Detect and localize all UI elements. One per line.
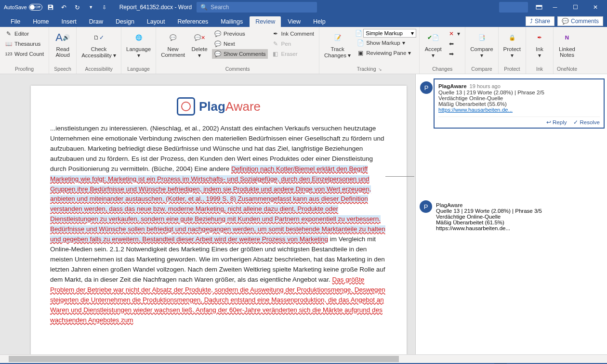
show-comments-icon: 💬	[214, 50, 222, 58]
share-button[interactable]: ⤴Share	[526, 16, 554, 26]
wordcount-icon: 123	[5, 50, 13, 58]
show-markup-button[interactable]: 📄Show Markup ▾	[355, 38, 416, 48]
reject-button[interactable]: ✕▾	[446, 29, 462, 39]
tab-layout[interactable]: Layout	[141, 16, 171, 27]
tab-insert[interactable]: Insert	[56, 16, 82, 27]
reject-icon: ✕	[448, 30, 455, 38]
protect-icon: 🔒	[504, 30, 520, 45]
tab-mailings[interactable]: Mailings	[215, 16, 249, 27]
maximize-button[interactable]: ☐	[566, 0, 585, 14]
document-page[interactable]: PlagAware ...ienstleistungen zu interess…	[31, 86, 407, 354]
comments-button[interactable]: 💬Comments	[557, 16, 603, 26]
next-comment-button[interactable]: 💬Next	[212, 39, 268, 49]
close-button[interactable]: ✕	[586, 0, 605, 14]
highlighted-text-1[interactable]: Definition nach Kotler/Biemel erklärt de…	[50, 165, 385, 243]
check-accessibility-button[interactable]: 🗋✓ CheckAccessibility ▾	[79, 29, 118, 60]
thesaurus-button[interactable]: 📖Thesaurus	[3, 39, 46, 49]
next-icon: 💬	[214, 40, 222, 48]
ink-comment-button[interactable]: ✒Ink Comment	[270, 29, 316, 39]
show-comments-button[interactable]: 💬Show Comments	[212, 49, 268, 59]
tracking-launcher-icon[interactable]: ↘	[378, 67, 382, 72]
resolve-icon: ✓	[573, 119, 578, 126]
group-tracking: Tracking↘	[322, 66, 416, 73]
ink-button[interactable]: ✒Ink▾	[529, 29, 550, 60]
read-aloud-button[interactable]: A🔊 ReadAloud	[52, 29, 73, 59]
undo-icon[interactable]: ↶	[59, 2, 69, 13]
horizontal-scrollbar[interactable]	[0, 354, 607, 363]
share-icon: ⤴	[530, 18, 533, 25]
wordcount-button[interactable]: 123Word Count	[3, 49, 46, 59]
accept-icon: ✔📄	[425, 30, 441, 45]
svg-rect-1	[536, 5, 542, 7]
reply-button[interactable]: ↩Reply	[546, 119, 567, 126]
minimize-button[interactable]: ─	[545, 0, 565, 14]
reviewing-pane-button[interactable]: ▣Reviewing Pane ▾	[355, 48, 416, 58]
comment-icon: 💬	[562, 18, 569, 25]
delete-comment-button[interactable]: 💬✕Delete▾	[189, 29, 210, 60]
eraser-button: ◧Eraser	[270, 49, 316, 59]
avatar: P	[420, 200, 432, 213]
read-aloud-icon: A🔊	[55, 30, 70, 45]
editor-button[interactable]: ✎Editor	[3, 29, 46, 39]
tab-draw[interactable]: Draw	[83, 16, 109, 27]
resolve-button[interactable]: ✓Resolve	[573, 119, 600, 126]
qat-customize-icon[interactable]: ⇩	[99, 2, 110, 13]
group-proofing: Proofing	[3, 66, 46, 73]
tab-file[interactable]: File	[5, 16, 26, 27]
logo-mark-icon	[177, 97, 195, 116]
redo-icon[interactable]: ↻	[72, 2, 83, 13]
tab-home[interactable]: Home	[27, 16, 54, 27]
ink-comment-icon: ✒	[272, 30, 279, 38]
new-comment-button[interactable]: 💬NewComment	[159, 29, 187, 59]
document-title: Report_641352.docx - Word	[119, 4, 192, 11]
track-changes-icon: 📝	[330, 30, 345, 45]
document-area[interactable]: PlagAware ...ienstleistungen zu interess…	[0, 74, 415, 354]
tab-design[interactable]: Design	[110, 16, 140, 27]
prev-change-icon: ⬅	[448, 40, 455, 48]
accessibility-icon: 🗋✓	[91, 30, 106, 45]
comment-card-2[interactable]: P PlagAware Quelle 13 | 219 Worte (2.08%…	[434, 200, 604, 233]
eraser-icon: ◧	[272, 50, 279, 58]
plagaware-logo: PlagAware	[50, 97, 387, 117]
ribbon-tabs: File Home Insert Draw Design Layout Refe…	[0, 14, 607, 27]
chevron-down-icon[interactable]: ▼	[86, 2, 96, 13]
language-icon: 🌐	[131, 30, 146, 45]
delete-comment-icon: 💬✕	[192, 30, 207, 45]
protect-button[interactable]: 🔒Protect▾	[501, 29, 523, 60]
group-accessibility: Accessibility	[79, 66, 118, 73]
comment-link[interactable]: https://www.hausarbeiten.de...	[436, 225, 602, 231]
comment-card-1[interactable]: P PlagAware19 hours ago Quelle 13 | 219 …	[434, 79, 604, 128]
next-change-button[interactable]: ➡	[446, 49, 462, 59]
group-onenote: OneNote	[556, 66, 578, 73]
user-account[interactable]	[499, 2, 528, 13]
document-text[interactable]: ...ienstleistungen zu interessieren. (Ni…	[50, 124, 387, 325]
group-comments: Comments	[159, 66, 316, 73]
tab-review[interactable]: Review	[250, 16, 281, 27]
show-markup-icon: 📄	[356, 39, 364, 47]
autosave-toggle[interactable]: AutoSave Off	[4, 4, 42, 11]
ribbon: ✎Editor 📖Thesaurus 123Word Count Proofin…	[0, 27, 607, 74]
search-box[interactable]: 🔍 Search	[197, 2, 317, 13]
linked-notes-button[interactable]: NLinkedNotes	[556, 29, 578, 59]
track-changes-button[interactable]: 📝TrackChanges ▾	[322, 29, 353, 60]
ribbon-display-icon[interactable]	[534, 2, 544, 13]
next-change-icon: ➡	[448, 50, 455, 58]
ink-icon: ✒	[532, 30, 547, 45]
comment-link[interactable]: https://www.hausarbeiten.de...	[438, 107, 600, 113]
group-speech: Speech	[52, 66, 73, 73]
pen-button: ✎Pen	[270, 39, 316, 49]
group-ink: Ink	[529, 66, 550, 73]
tab-help[interactable]: Help	[307, 16, 331, 27]
previous-change-button[interactable]: ⬅	[446, 39, 462, 49]
titlebar: AutoSave Off ↶ ↻ ▼ ⇩ Report_641352.docx …	[0, 0, 607, 14]
save-icon[interactable]	[45, 2, 56, 13]
markup-preset-dropdown[interactable]: Simple Markup▾	[363, 29, 416, 38]
accept-button[interactable]: ✔📄Accept▾	[422, 29, 444, 60]
reviewing-pane-icon: ▣	[356, 49, 364, 57]
previous-comment-button[interactable]: 💬Previous	[212, 29, 268, 39]
reply-icon: ↩	[546, 119, 551, 126]
tab-view[interactable]: View	[282, 16, 306, 27]
compare-button[interactable]: 📑Compare▾	[468, 29, 495, 60]
language-button[interactable]: 🌐 Language▾	[124, 29, 153, 60]
tab-references[interactable]: References	[172, 16, 214, 27]
